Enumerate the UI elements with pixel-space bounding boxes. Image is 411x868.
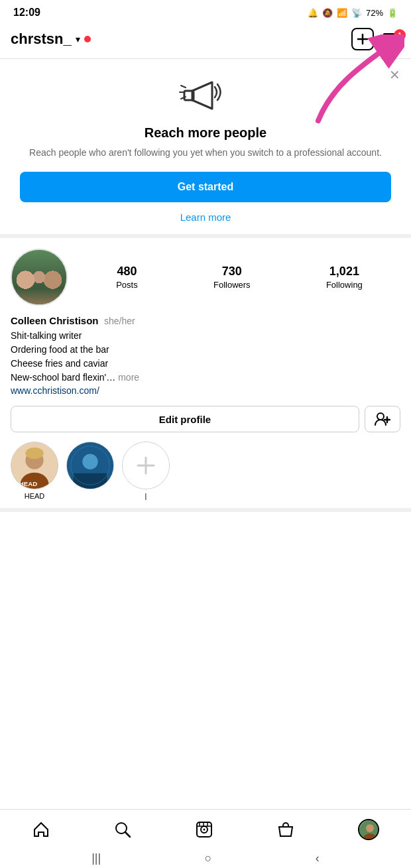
username-label[interactable]: chrstsn_ <box>11 31 72 48</box>
shop-icon <box>276 820 295 839</box>
svg-line-5 <box>181 86 186 88</box>
reels-icon <box>195 820 213 839</box>
highlight-item-2[interactable] <box>66 442 114 500</box>
posts-count: 480 <box>116 265 138 279</box>
pronouns: she/her <box>104 316 135 326</box>
svg-point-16 <box>19 265 32 273</box>
svg-point-18 <box>46 265 58 273</box>
highlight-circle-2[interactable] <box>66 442 114 489</box>
promo-title: Reach more people <box>20 125 391 141</box>
svg-text:HEAD: HEAD <box>19 480 38 487</box>
svg-point-19 <box>377 413 384 420</box>
app-header: chrstsn_ ▾ 1 <box>0 23 411 59</box>
mute-icon: 🔕 <box>322 8 333 18</box>
megaphone-illustration <box>20 72 391 119</box>
posts-stat[interactable]: 480 Posts <box>116 265 138 290</box>
svg-point-15 <box>44 280 62 296</box>
svg-point-10 <box>19 268 32 280</box>
bio-line-4: New-school bard flexin'… more <box>11 371 400 385</box>
highlight-image-2 <box>67 442 113 489</box>
search-icon <box>113 820 132 839</box>
profile-avatar[interactable] <box>11 249 68 306</box>
bio-section: Colleen Christison she/her Shit-talking … <box>0 315 411 406</box>
bio-text-4: New-school bard flexin'… <box>11 372 115 383</box>
svg-point-17 <box>32 263 46 272</box>
bio-more-link[interactable]: more <box>118 372 139 383</box>
svg-point-25 <box>25 448 43 460</box>
online-indicator <box>84 36 91 42</box>
svg-point-43 <box>366 824 374 832</box>
highlight-circle-head[interactable]: HEAD <box>11 442 58 489</box>
avatar-image <box>12 250 66 304</box>
android-recents-button[interactable]: ||| <box>91 851 101 865</box>
menu-notification-badge: 1 <box>394 29 406 41</box>
promo-description: Reach people who aren't following you ye… <box>20 146 391 160</box>
highlight-add-icon <box>123 442 169 489</box>
promo-banner: ✕ Reach more people Reach people who are… <box>0 59 411 238</box>
status-bar: 12:09 🔔 🔕 📶 📡 72% 🔋 <box>0 0 411 23</box>
svg-point-37 <box>203 829 205 831</box>
svg-point-8 <box>12 250 66 304</box>
android-navbar: ||| ○ ‹ <box>0 848 411 868</box>
chevron-down-icon[interactable]: ▾ <box>76 34 80 44</box>
get-started-button[interactable]: Get started <box>20 172 391 202</box>
svg-line-34 <box>125 832 130 837</box>
svg-point-13 <box>30 280 49 296</box>
highlight-item-head[interactable]: HEAD HEAD <box>11 442 58 500</box>
svg-point-12 <box>32 266 46 280</box>
svg-point-28 <box>82 454 97 469</box>
bio-line-3: Cheese fries and caviar <box>11 357 400 371</box>
add-person-button[interactable] <box>365 406 400 432</box>
profile-stats-row: 480 Posts 730 Followers 1,021 Following <box>11 249 400 306</box>
battery-icon: 🔋 <box>387 8 398 18</box>
wifi-icon: 📶 <box>337 8 347 18</box>
battery-text: 72% <box>366 8 383 18</box>
nav-home[interactable] <box>24 818 58 841</box>
status-time: 12:09 <box>13 7 40 19</box>
android-home-button[interactable]: ○ <box>205 851 212 865</box>
svg-marker-3 <box>192 82 212 109</box>
highlights-section: HEAD HEAD <box>0 442 411 512</box>
plus-square-icon <box>351 28 374 50</box>
edit-profile-button[interactable]: Edit profile <box>11 406 359 432</box>
profile-action-buttons: Edit profile <box>0 406 411 442</box>
highlight-circle-new[interactable] <box>122 442 170 489</box>
close-promo-button[interactable]: ✕ <box>389 67 400 83</box>
svg-point-11 <box>17 280 35 296</box>
posts-label: Posts <box>116 280 138 290</box>
add-post-button[interactable] <box>351 28 374 50</box>
following-stat[interactable]: 1,021 Following <box>326 265 363 290</box>
nav-profile[interactable] <box>350 816 387 843</box>
nav-shop[interactable] <box>268 818 303 841</box>
alarm-icon: 🔔 <box>308 8 318 18</box>
header-actions: 1 <box>351 28 400 50</box>
learn-more-link[interactable]: Learn more <box>180 212 231 223</box>
svg-point-14 <box>46 268 58 280</box>
followers-stat[interactable]: 730 Followers <box>213 265 251 290</box>
android-back-button[interactable]: ‹ <box>316 851 320 865</box>
highlight-label-new: | <box>145 492 147 500</box>
signal-icon: 📡 <box>351 8 362 18</box>
website-link[interactable]: www.cchristison.com/ <box>11 385 99 396</box>
svg-rect-9 <box>12 282 66 304</box>
nav-reels[interactable] <box>187 818 221 841</box>
highlight-label-head: HEAD <box>25 492 45 500</box>
header-left: chrstsn_ ▾ <box>11 31 91 48</box>
bio-name-row: Colleen Christison she/her <box>11 315 400 327</box>
following-label: Following <box>326 280 363 290</box>
stats-container: 480 Posts 730 Followers 1,021 Following <box>78 265 400 290</box>
highlight-item-new[interactable]: | <box>122 442 170 500</box>
bottom-navigation <box>0 809 411 848</box>
menu-button[interactable]: 1 <box>383 33 400 45</box>
followers-label: Followers <box>213 280 251 290</box>
home-icon <box>32 820 50 839</box>
display-name: Colleen Christison <box>11 315 99 326</box>
profile-section: 480 Posts 730 Followers 1,021 Following <box>0 238 411 306</box>
highlight-head-image: HEAD <box>11 442 58 489</box>
nav-search[interactable] <box>105 818 140 841</box>
nav-profile-avatar <box>358 819 379 840</box>
bio-line-1: Shit-talking writer <box>11 329 400 343</box>
following-count: 1,021 <box>326 265 363 279</box>
followers-count: 730 <box>213 265 251 279</box>
status-icons: 🔔 🔕 📶 📡 72% 🔋 <box>308 8 398 18</box>
